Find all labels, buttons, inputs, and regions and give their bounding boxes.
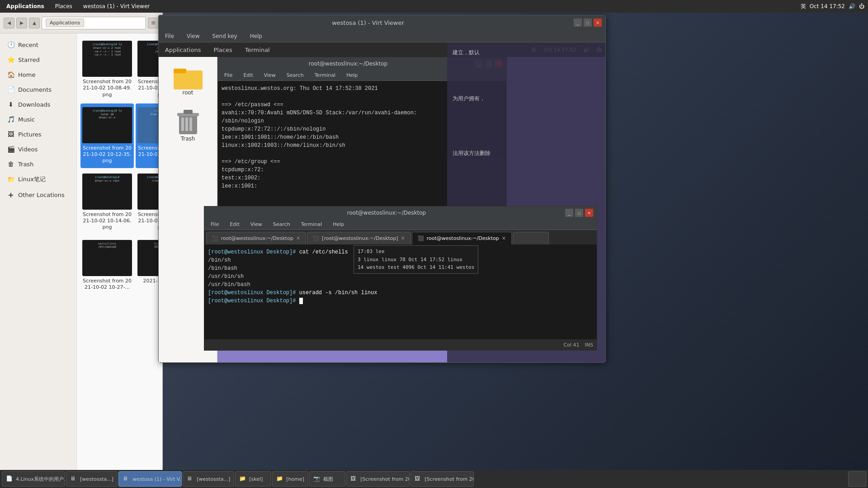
fm-item-7[interactable]: westoslinux /etc/passwd Screenshot from … — [80, 236, 134, 295]
sidebar-item-linux-notes[interactable]: 📁 Linux笔记 — [2, 172, 75, 187]
virt-viewer-maximize[interactable]: □ — [584, 19, 592, 27]
taskbar-label-3: westosa (1) - Virt V... — [132, 476, 182, 482]
fm-thumb-preview-5: [root@Desktop]# drwxr-xr-x root — [82, 174, 132, 210]
t1-menu-search[interactable]: Search — [284, 71, 307, 79]
inner-folder-root[interactable]: root — [159, 57, 217, 99]
fm-item-3[interactable]: [root@Desktop]# ls total 20 drwxr-xr-x S… — [80, 103, 134, 168]
taskbar-item-virt-viewer[interactable]: 🖥 westosa (1) - Virt V... — [118, 471, 182, 487]
virt-viewer-menu-file[interactable]: File — [162, 32, 177, 40]
gnome-places[interactable]: Places — [211, 46, 235, 54]
fm-thumb-preview-3: [root@Desktop]# ls total 20 drwxr-xr-x — [82, 107, 132, 143]
sidebar-item-documents[interactable]: 📄 Documents — [2, 82, 75, 97]
sidebar-label-documents: Documents — [18, 86, 52, 93]
t2-tab-1-close[interactable]: ✕ — [296, 235, 300, 241]
t2-tab-2-label: [root@westoslinux:~/Desktop] — [322, 235, 398, 241]
fm-content: [root@Desktop]# ls drwxr-xr-x 2 root -rw… — [77, 33, 162, 488]
virt-viewer-close[interactable]: ✕ — [594, 19, 602, 27]
sidebar-label-starred: Starred — [18, 56, 40, 63]
t2-line-prompt-2: [root@westoslinux Desktop]# — [208, 290, 296, 296]
fm-back-button[interactable]: ◀ — [4, 18, 14, 28]
volume-icon[interactable]: 🔊 — [849, 3, 855, 9]
sidebar-item-pictures[interactable]: 🖼 Pictures — [2, 127, 75, 141]
virt-viewer-minimize[interactable]: _ — [574, 19, 582, 27]
sidebar-item-music[interactable]: 🎵 Music — [2, 112, 75, 127]
t2-menu-help[interactable]: Help — [330, 221, 347, 228]
t2-menu-edit[interactable]: Edit — [227, 221, 242, 228]
taskbar-item-linux-user[interactable]: 📄 4.Linux系统中的用户... — [2, 471, 65, 487]
taskbar-item-home[interactable]: 📁 [home] — [272, 471, 308, 487]
fm-up-button[interactable]: ▲ — [29, 18, 40, 28]
taskbar-item-westos-1[interactable]: 🖥 [westossta...] — [66, 471, 118, 487]
t1-line-avahi2: /sbin/nologin — [222, 118, 264, 124]
t2-tab-2-close[interactable]: ✕ — [401, 235, 405, 241]
sidebar-item-other-locations[interactable]: + Other Locations — [2, 188, 75, 202]
t2-tab-2[interactable]: ⬛ [root@westoslinux:~/Desktop] ✕ — [307, 232, 411, 244]
t1-menu-help[interactable]: Help — [344, 71, 360, 79]
downloads-icon: ⬇ — [7, 101, 14, 108]
t2-line-cmd-2: useradd -s /bin/sh linux — [299, 290, 377, 296]
system-bar-right: 英 Oct 14 17:52 🔊 ⏻ — [801, 3, 864, 10]
t2-maximize[interactable]: □ — [575, 209, 583, 217]
taskbar-item-skel[interactable]: 📁 [skel] — [235, 471, 271, 487]
t2-minimize[interactable]: _ — [565, 209, 573, 217]
fm-main: 🕐 Recent ⭐ Starred 🏠 Home 📄 Documents ⬇ — [0, 33, 162, 488]
terminal-2-status-bar: Col 41 INS — [204, 339, 597, 350]
taskbar-item-westos-2[interactable]: 🖥 [westossta...] — [183, 471, 234, 487]
virt-viewer-window: westosa (1) - Virt Viewer _ □ ✕ File Vie… — [158, 15, 606, 363]
terminal-2-content[interactable]: [root@westoslinux Desktop]# cat /etc/she… — [204, 244, 597, 339]
fm-location-segment[interactable]: Applications — [46, 19, 84, 27]
sidebar-item-videos[interactable]: 🎬 Videos — [2, 142, 75, 156]
t2-tab-3[interactable]: ⬛ root@westoslinux:~/Desktop ✕ — [412, 232, 512, 244]
fm-thumb-7: westoslinux /etc/passwd — [82, 240, 132, 276]
fm-item-1[interactable]: [root@Desktop]# ls drwxr-xr-x 2 root -rw… — [80, 37, 134, 102]
sidebar-label-home: Home — [18, 71, 35, 78]
fm-item-name-5: Screenshot from 2021-10-02 10-14-06.png — [82, 211, 132, 231]
taskbar-item-screenshot-2[interactable]: 🖼 [Screenshot from 20... — [410, 471, 474, 487]
sidebar-item-downloads[interactable]: ⬇ Downloads — [2, 97, 75, 112]
inner-trash[interactable]: Trash — [159, 99, 217, 145]
gnome-terminal-menu[interactable]: Terminal — [242, 46, 273, 54]
virt-viewer-menu-sendkey[interactable]: Send key — [210, 32, 240, 40]
taskbar-item-screenshot-tool[interactable]: 📷 截图 — [309, 471, 345, 487]
sidebar-label-pictures: Pictures — [18, 131, 41, 138]
virt-viewer-menu-help[interactable]: Help — [247, 32, 265, 40]
t1-menu-view[interactable]: View — [261, 71, 278, 79]
taskbar-icon-7: 📷 — [313, 475, 321, 483]
places-menu[interactable]: Places — [52, 3, 75, 9]
gnome-applications[interactable]: Applications — [162, 46, 203, 54]
t2-tab-1[interactable]: ⬛ root@westoslinux:~/Desktop ✕ — [206, 232, 306, 244]
taskbar-label-7: 截图 — [323, 476, 333, 483]
t2-menu-view[interactable]: View — [248, 221, 265, 228]
t2-line-prompt-1: [root@westoslinux Desktop]# — [208, 249, 296, 255]
sidebar: 🕐 Recent ⭐ Starred 🏠 Home 📄 Documents ⬇ — [0, 33, 77, 488]
virt-viewer-controls-right: _ □ ✕ — [574, 19, 602, 27]
taskbar-icon-6: 📁 — [276, 475, 283, 483]
fm-thumb-1: [root@Desktop]# ls drwxr-xr-x 2 root -rw… — [82, 41, 132, 77]
t2-menu-search[interactable]: Search — [270, 221, 293, 228]
sidebar-item-starred[interactable]: ⭐ Starred — [2, 52, 75, 67]
svg-rect-4 — [185, 117, 188, 131]
sidebar-item-trash[interactable]: 🗑 Trash — [2, 157, 75, 171]
sidebar-item-home[interactable]: 🏠 Home — [2, 67, 75, 82]
t2-tab-1-icon: ⬛ — [212, 235, 218, 241]
t1-line-test-group: test:x:1002: — [222, 175, 260, 181]
t2-controls-right: _ □ ✕ — [565, 209, 593, 217]
fm-forward-button[interactable]: ▶ — [16, 18, 27, 28]
taskbar-show-desktop[interactable] — [848, 471, 866, 487]
videos-icon: 🎬 — [7, 145, 14, 153]
sidebar-item-recent[interactable]: 🕐 Recent — [2, 38, 75, 52]
power-icon[interactable]: ⏻ — [859, 3, 864, 9]
t2-close[interactable]: ✕ — [585, 209, 593, 217]
fm-view-toggle[interactable]: ⊞ — [148, 18, 159, 28]
t1-menu-terminal[interactable]: Terminal — [312, 71, 339, 79]
t2-menu-terminal[interactable]: Terminal — [298, 221, 325, 228]
t1-menu-file[interactable]: File — [222, 71, 235, 79]
virt-viewer-menu-view[interactable]: View — [184, 32, 202, 40]
t2-tab-3-close[interactable]: ✕ — [502, 235, 506, 241]
taskbar-item-screenshot-1[interactable]: 🖼 [Screenshot from 20... — [346, 471, 410, 487]
t2-menu-file[interactable]: File — [208, 221, 222, 228]
inner-folder-root-label: root — [182, 89, 193, 96]
fm-item-5[interactable]: [root@Desktop]# drwxr-xr-x root Screensh… — [80, 170, 134, 235]
t1-menu-edit[interactable]: Edit — [241, 71, 255, 79]
applications-menu[interactable]: Applications — [4, 3, 47, 9]
